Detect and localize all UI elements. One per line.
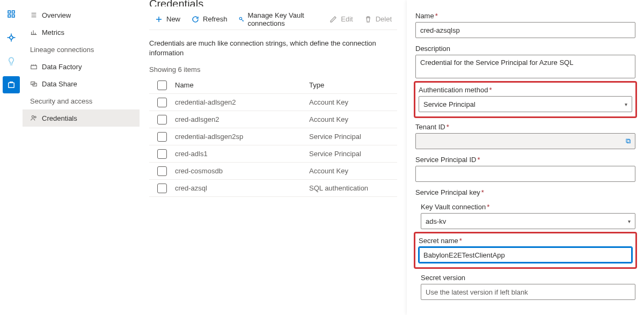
sidenav-label: Data Share (42, 80, 77, 88)
sp-key-label: Service Principal key* (415, 188, 635, 196)
tenant-id-label: Tenant ID* (415, 123, 635, 131)
row-checkbox[interactable] (157, 98, 167, 107)
sidenav-metrics[interactable]: Metrics (23, 24, 140, 41)
nav-icon-map[interactable] (3, 29, 20, 46)
description-textarea[interactable] (415, 55, 635, 78)
col-name[interactable]: Name (175, 81, 309, 89)
cell-type: Service Principal (309, 133, 397, 141)
nav-icon-management[interactable] (3, 76, 20, 93)
svg-rect-2 (8, 15, 11, 18)
name-label: Name* (415, 12, 635, 20)
cell-name: credential-adlsgen2sp (175, 133, 309, 141)
secret-name-input[interactable]: BabylonE2ETestClientApp (419, 247, 632, 263)
sidenav-section-security: Security and access (23, 92, 140, 109)
svg-point-4 (10, 36, 13, 39)
svg-rect-3 (12, 15, 15, 18)
sidenav-section-lineage: Lineage connections (23, 41, 140, 58)
svg-rect-1 (12, 11, 15, 13)
table-row[interactable]: cred-cosmosdbAccount Key (149, 163, 397, 180)
cell-name: credential-adlsgen2 (175, 98, 309, 106)
side-navigation: Overview Metrics Lineage connections Dat… (23, 0, 140, 315)
chart-icon (30, 28, 42, 36)
row-checkbox[interactable] (157, 166, 167, 176)
sidenav-label: Data Factory (42, 63, 82, 71)
sp-id-input[interactable] (415, 166, 635, 182)
svg-point-9 (32, 115, 34, 118)
page-title: Credentials (149, 0, 397, 6)
new-credential-panel: Name* cred-azsqlsp Description Authentic… (407, 0, 644, 315)
page-description: Credentials are much like connection str… (149, 39, 397, 58)
auth-method-label: Authentication method* (419, 86, 632, 94)
auth-method-highlight: Authentication method* Service Principal… (415, 83, 635, 116)
main-content: Credentials New Refresh Manage Key Vault… (140, 0, 407, 315)
manage-keyvault-button[interactable]: Manage Key Vault connections (233, 11, 324, 28)
new-button[interactable]: New (149, 11, 186, 28)
row-checkbox[interactable] (157, 149, 167, 159)
table-row[interactable]: credential-adlsgen2Account Key (149, 94, 397, 111)
table-row[interactable]: cred-azsqlSQL authentication (149, 180, 397, 197)
cell-type: SQL authentication (309, 184, 397, 192)
users-icon (30, 114, 42, 122)
chevron-down-icon: ▾ (628, 218, 631, 224)
secret-version-label: Secret version (421, 274, 635, 282)
row-checkbox[interactable] (157, 184, 167, 193)
secret-name-label: Secret name* (419, 237, 632, 245)
svg-point-10 (34, 116, 36, 118)
cell-type: Service Principal (309, 150, 397, 158)
kv-connection-select[interactable]: ads-kv ▾ (421, 213, 635, 229)
cell-name: cred-adlsgen2 (175, 115, 309, 123)
refresh-button[interactable]: Refresh (186, 11, 233, 28)
sidenav-label: Credentials (42, 114, 77, 122)
description-label: Description (415, 45, 635, 53)
command-bar: New Refresh Manage Key Vault connections… (149, 9, 397, 30)
table-row[interactable]: credential-adlsgen2spService Principal (149, 128, 397, 145)
sp-id-label: Service Principal ID* (415, 156, 635, 164)
secret-name-highlight: Secret name* BabylonE2ETestClientApp (415, 233, 635, 267)
svg-rect-5 (9, 83, 14, 87)
tenant-id-input[interactable]: ⧉ (415, 133, 635, 149)
delete-button: Delet (358, 11, 397, 28)
auth-method-select[interactable]: Service Principal ▾ (419, 96, 632, 112)
factory-icon (30, 63, 42, 70)
sidenav-credentials[interactable]: Credentials (23, 109, 140, 127)
col-type[interactable]: Type (309, 81, 397, 89)
chevron-down-icon: ▾ (625, 101, 627, 107)
list-icon (30, 11, 42, 19)
secret-version-input[interactable]: Use the latest version if left blank (421, 284, 635, 300)
app-icon-bar (0, 0, 23, 315)
copy-icon[interactable]: ⧉ (626, 137, 631, 145)
edit-button: Edit (324, 11, 358, 28)
sidenav-label: Metrics (42, 28, 64, 36)
kv-connection-label: Key Vault connection* (421, 203, 635, 211)
cell-type: Account Key (309, 115, 397, 123)
name-input[interactable]: cred-azsqlsp (415, 22, 635, 38)
cell-type: Account Key (309, 167, 397, 175)
svg-rect-0 (8, 11, 11, 13)
credentials-table: Name Type credential-adlsgen2Account Key… (149, 77, 397, 197)
cell-name: cred-cosmosdb (175, 167, 309, 175)
items-count: Showing 6 items (149, 65, 397, 74)
cell-type: Account Key (309, 98, 397, 106)
sidenav-data-share[interactable]: Data Share (23, 75, 140, 92)
cell-name: cred-adls1 (175, 150, 309, 158)
cell-name: cred-azsql (175, 184, 309, 192)
row-checkbox[interactable] (157, 115, 167, 124)
row-checkbox[interactable] (157, 132, 167, 142)
sidenav-data-factory[interactable]: Data Factory (23, 58, 140, 75)
select-all-checkbox[interactable] (157, 80, 167, 90)
nav-icon-sources[interactable] (3, 5, 20, 23)
table-header: Name Type (149, 77, 397, 94)
svg-rect-6 (31, 65, 37, 69)
nav-icon-insights[interactable] (3, 53, 20, 70)
table-row[interactable]: cred-adlsgen2Account Key (149, 111, 397, 128)
share-icon (30, 80, 42, 87)
sidenav-label: Overview (42, 11, 71, 19)
table-row[interactable]: cred-adls1Service Principal (149, 145, 397, 163)
sidenav-overview[interactable]: Overview (23, 6, 140, 24)
